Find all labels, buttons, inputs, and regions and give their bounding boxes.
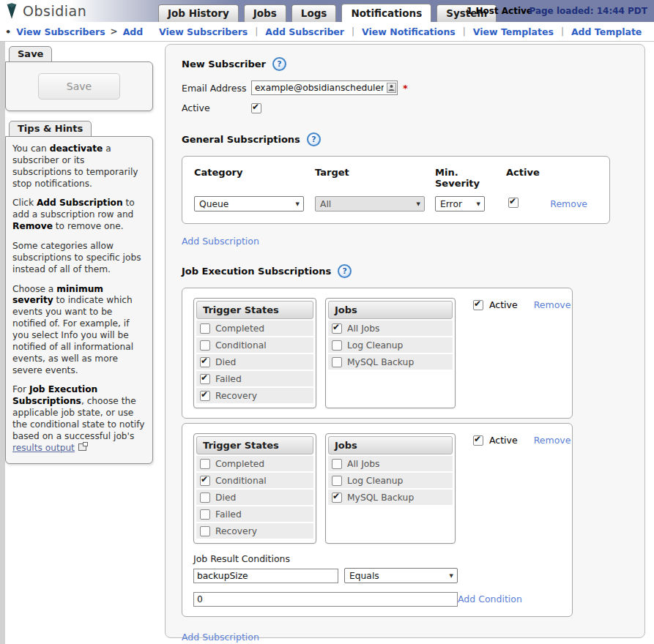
jobs-item: MySQL Backup <box>328 354 453 370</box>
triggers-listbox: Trigger StatesCompletedConditionalDiedFa… <box>193 433 316 544</box>
new-subscriber-heading: New Subscriber ? <box>182 57 644 71</box>
triggers-listbox: Trigger StatesCompletedConditionalDiedFa… <box>193 298 316 408</box>
subnav-link-add-subscriber[interactable]: Add Subscriber <box>265 26 344 37</box>
breadcrumb: • View Subscribers > Add <box>0 26 153 37</box>
jobs-header: Jobs <box>328 436 453 454</box>
column-target: Target <box>315 167 435 189</box>
target-select[interactable]: All▼ <box>315 196 425 211</box>
triggers-item-label: Recovery <box>215 391 257 401</box>
triggers-item-checkbox[interactable] <box>200 526 210 536</box>
category-select[interactable]: Queue▼ <box>194 196 304 211</box>
jobs-item: Log Cleanup <box>328 337 453 353</box>
main-panel: New Subscriber ? Email Address * Active … <box>165 44 645 638</box>
subnav-link-add-template[interactable]: Add Template <box>571 26 642 37</box>
external-link-icon <box>78 443 86 451</box>
jobs-item-checkbox[interactable] <box>332 340 342 351</box>
triggers-item-checkbox[interactable] <box>200 340 210 351</box>
subnav-link-view-templates[interactable]: View Templates <box>473 26 554 37</box>
general-subscriptions-title: General Subscriptions <box>182 134 300 145</box>
triggers-item-checkbox[interactable] <box>200 459 210 469</box>
subscription-box: Trigger StatesCompletedConditionalDiedFa… <box>182 423 573 617</box>
triggers-item: Failed <box>196 371 313 386</box>
tips-paragraph: Choose a minimum severity to indicate wh… <box>12 284 146 377</box>
subnav-link-view-subscribers[interactable]: View Subscribers <box>159 26 248 37</box>
remove-subscription-link[interactable]: Remove <box>534 299 571 310</box>
jobs-item-checkbox[interactable] <box>332 493 342 503</box>
jobs-item: MySQL Backup <box>328 490 453 505</box>
triggers-item-checkbox[interactable] <box>200 357 210 367</box>
tips-bold-text: Remove <box>12 221 53 231</box>
triggers-item: Died <box>196 354 313 370</box>
condition-operator-select[interactable]: Equals▼ <box>344 568 458 583</box>
help-icon[interactable]: ? <box>307 132 321 146</box>
jobs-item-checkbox[interactable] <box>332 357 342 367</box>
triggers-item: Conditional <box>196 473 313 488</box>
general-subscriptions-columns: Category Target Min. Severity Active <box>194 167 598 189</box>
breadcrumb-view-subscribers-link[interactable]: View Subscribers <box>16 26 105 37</box>
subnav-links: View Subscribers|Add Subscriber|View Not… <box>159 26 642 37</box>
chevron-down-icon: ▼ <box>417 201 420 207</box>
subnav-link-view-notifications[interactable]: View Notifications <box>362 26 456 37</box>
autofill-person-icon[interactable] <box>387 83 396 93</box>
breadcrumb-add-link[interactable]: Add <box>123 26 144 37</box>
subscription-controls: ActiveRemove <box>473 299 571 310</box>
triggers-item: Died <box>196 490 313 505</box>
sidebar-save-button[interactable]: Save <box>38 73 120 100</box>
tab-logs[interactable]: Logs <box>291 4 337 22</box>
page-loaded-time: Page loaded: 14:44 PDT <box>529 6 647 16</box>
triggers-item-checkbox[interactable] <box>200 374 210 384</box>
email-label: Email Address <box>182 83 251 94</box>
email-field[interactable] <box>251 80 398 95</box>
triggers-item: Completed <box>196 456 313 471</box>
add-general-subscription-link[interactable]: Add Subscription <box>182 236 259 247</box>
tab-jobs[interactable]: Jobs <box>244 4 286 22</box>
tips-text: Choose a <box>12 284 56 294</box>
condition-value-input[interactable] <box>193 592 458 607</box>
chevron-down-icon: ▼ <box>296 201 300 207</box>
triggers-item-checkbox[interactable] <box>200 493 210 503</box>
subscriber-active-checkbox[interactable] <box>251 103 261 113</box>
subnav-separator: | <box>561 26 564 37</box>
triggers-header: Trigger States <box>196 436 313 454</box>
brand: Obsidian <box>5 1 86 20</box>
triggers-item-label: Failed <box>215 509 242 520</box>
help-icon[interactable]: ? <box>338 264 352 278</box>
triggers-item-checkbox[interactable] <box>200 323 210 334</box>
job-exec-heading: Job Execution Subscriptions ? <box>182 264 644 278</box>
general-subscriptions-box: Category Target Min. Severity Active Que… <box>182 156 610 224</box>
results-output-link[interactable]: results output <box>12 443 75 453</box>
sidebar: Save Save Tips & Hints You can deactivat… <box>5 46 153 464</box>
triggers-item-checkbox[interactable] <box>200 391 210 401</box>
tab-notifications[interactable]: Notifications <box>341 4 431 22</box>
remove-subscription-link[interactable]: Remove <box>534 435 571 446</box>
tab-job-history[interactable]: Job History <box>158 4 239 22</box>
email-field-wrap <box>251 80 398 95</box>
subscription-active-checkbox[interactable] <box>473 435 483 446</box>
subscription-lists-row: Trigger StatesCompletedConditionalDiedFa… <box>193 433 561 544</box>
subscription-box: Trigger StatesCompletedConditionalDiedFa… <box>182 288 573 419</box>
triggers-item-label: Completed <box>215 323 264 334</box>
column-active: Active <box>506 167 544 189</box>
add-condition-link[interactable]: Add Condition <box>458 594 522 604</box>
top-header: Obsidian Job HistoryJobsLogsNotification… <box>0 0 654 22</box>
subscription-active-label: Active <box>489 435 518 446</box>
add-job-exec-subscription-link[interactable]: Add Subscription <box>182 632 259 643</box>
triggers-item-checkbox[interactable] <box>200 509 210 520</box>
column-category: Category <box>194 167 315 189</box>
triggers-item: Recovery <box>196 523 313 539</box>
jobs-item-checkbox[interactable] <box>332 476 342 486</box>
jobs-item-checkbox[interactable] <box>332 323 342 334</box>
remove-general-subscription-link[interactable]: Remove <box>550 198 587 209</box>
jobs-item-checkbox[interactable] <box>332 459 342 469</box>
triggers-item-label: Died <box>215 493 236 503</box>
min-severity-select[interactable]: Error▼ <box>435 196 485 211</box>
jobs-item-label: Log Cleanup <box>347 476 403 486</box>
subscription-active-checkbox[interactable] <box>473 300 483 310</box>
triggers-item-checkbox[interactable] <box>200 476 210 486</box>
condition-field-input[interactable] <box>193 569 338 583</box>
sidebar-tips-panel: Tips & Hints You can deactivate a subscr… <box>5 121 153 464</box>
header-tabs: Job HistoryJobsLogsNotificationsSystem <box>158 4 497 22</box>
general-active-checkbox[interactable] <box>508 198 519 208</box>
subnav-separator: | <box>255 26 258 37</box>
help-icon[interactable]: ? <box>272 57 286 71</box>
